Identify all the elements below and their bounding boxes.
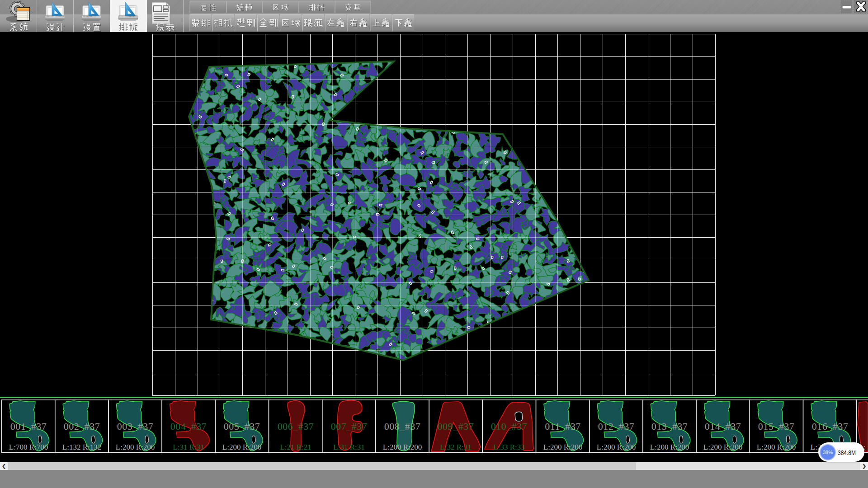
svg-text:L:200 R:200: L:200 R:200 bbox=[650, 443, 689, 451]
svg-text:L:21 R:21: L:21 R:21 bbox=[280, 443, 311, 451]
svg-text:L:200 R:200: L:200 R:200 bbox=[703, 443, 742, 451]
svg-text:L:200 R:200: L:200 R:200 bbox=[757, 443, 796, 451]
svg-text:010_#37: 010_#37 bbox=[491, 421, 528, 432]
svg-text:L:200 R:200: L:200 R:200 bbox=[383, 443, 422, 451]
svg-text:009_#37: 009_#37 bbox=[438, 421, 474, 432]
svg-text:L:132 R:132: L:132 R:132 bbox=[62, 443, 101, 451]
svg-text:L:200 R:200: L:200 R:200 bbox=[543, 443, 582, 451]
svg-text:001_#37: 001_#37 bbox=[10, 421, 47, 432]
svg-text:L:33 R:33: L:33 R:33 bbox=[493, 443, 524, 451]
svg-text:012_#37: 012_#37 bbox=[598, 421, 635, 432]
svg-text:005_#37: 005_#37 bbox=[224, 421, 260, 432]
svg-text:011_#37: 011_#37 bbox=[545, 421, 581, 432]
svg-text:008_#37: 008_#37 bbox=[384, 421, 421, 432]
svg-text:L:31 R:31: L:31 R:31 bbox=[173, 443, 204, 451]
svg-text:L:200 R:200: L:200 R:200 bbox=[222, 443, 261, 451]
svg-text:007_#37: 007_#37 bbox=[331, 421, 368, 432]
svg-text:L:200 R:200: L:200 R:200 bbox=[116, 443, 155, 451]
svg-text:013_#37: 013_#37 bbox=[651, 421, 688, 432]
svg-text:006_#37: 006_#37 bbox=[278, 421, 314, 432]
svg-text:L:32 R:31: L:32 R:31 bbox=[440, 443, 471, 451]
svg-text:003_#37: 003_#37 bbox=[117, 421, 154, 432]
svg-text:L:31 R:31: L:31 R:31 bbox=[333, 443, 364, 451]
svg-text:L:700 R:700: L:700 R:700 bbox=[9, 443, 48, 451]
svg-text:016_#37: 016_#37 bbox=[812, 421, 849, 432]
svg-text:L:200 R:200: L:200 R:200 bbox=[597, 443, 636, 451]
svg-text:015_#37: 015_#37 bbox=[758, 421, 795, 432]
svg-text:014_#37: 014_#37 bbox=[705, 421, 741, 432]
svg-text:004_#37: 004_#37 bbox=[170, 421, 207, 432]
svg-text:002_#37: 002_#37 bbox=[64, 421, 100, 432]
